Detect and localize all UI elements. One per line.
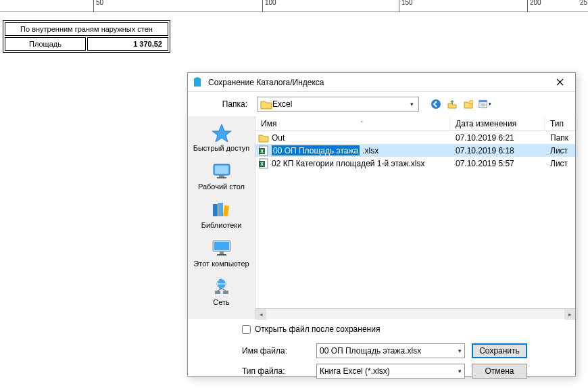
file-type: Лист [545, 159, 575, 168]
scroll-right-button[interactable]: ▸ [564, 309, 575, 320]
open-after-save-checkbox[interactable] [242, 325, 251, 334]
filename-label: Имя файла: [242, 346, 310, 356]
file-list-area: Имя˄ Дата изменения Тип Out07.10.2019 6:… [255, 116, 575, 319]
area-row-label: Площадь [5, 37, 86, 51]
excel-file-icon: X [258, 145, 269, 156]
file-list-header: Имя˄ Дата изменения Тип [255, 116, 575, 131]
svg-point-1 [431, 99, 441, 109]
cancel-button[interactable]: Отмена [472, 364, 527, 379]
libraries-icon [211, 200, 232, 219]
close-button[interactable] [548, 74, 571, 91]
file-date: 07.10.2019 6:21 [450, 133, 545, 143]
nav-up-button[interactable] [445, 97, 460, 112]
chevron-down-icon: ▾ [489, 101, 491, 107]
desktop-icon [211, 162, 232, 180]
chevron-down-icon: ▾ [456, 368, 462, 374]
open-after-save-row[interactable]: Открыть файл после сохранения [242, 324, 567, 334]
file-ext: .xlsx [362, 146, 378, 155]
folder-icon [258, 132, 269, 143]
rename-field[interactable]: 00 ОП Площадь этажа [272, 145, 360, 155]
folder-dropdown[interactable]: Excel ▾ [257, 97, 419, 112]
save-dialog: Сохранение Каталога/Индекса Папка: Excel… [187, 72, 576, 377]
excel-file-icon: X [258, 158, 269, 169]
dialog-bottom: Открыть файл после сохранения Имя файла:… [188, 319, 575, 388]
filename-input[interactable]: 00 ОП Площадь этажа.xlsx ▾ [316, 343, 465, 358]
sidebar-item-computer[interactable]: Этот компьютер [191, 236, 252, 270]
file-type: Лист [545, 146, 575, 155]
svg-rect-11 [217, 177, 226, 178]
view-menu-button[interactable]: ▾ [477, 97, 492, 112]
scroll-left-button[interactable]: ◂ [255, 309, 266, 320]
svg-line-22 [218, 289, 222, 291]
file-date: 07.10.2019 5:57 [450, 159, 545, 168]
ruler-label: 50 [96, 0, 103, 6]
sidebar-item-label: Быстрый доступ [193, 144, 250, 152]
back-icon [431, 99, 441, 110]
svg-rect-9 [215, 166, 228, 174]
open-after-save-label: Открыть файл после сохранения [255, 324, 380, 334]
horizontal-scrollbar[interactable]: ◂ ▸ [255, 308, 575, 319]
filetype-value: Книга Excel (*.xlsx) [320, 366, 456, 376]
svg-rect-20 [215, 291, 220, 294]
file-row[interactable]: X02 КП Категории площадей 1-й этаж.xlsx0… [255, 157, 575, 170]
titlebar: Сохранение Каталога/Индекса [188, 73, 575, 92]
folder-label: Папка: [195, 99, 253, 109]
sort-indicator-icon: ˄ [360, 120, 364, 127]
file-row[interactable]: Out07.10.2019 6:21Папк [255, 131, 575, 144]
file-date: 07.10.2019 6:18 [450, 146, 545, 155]
view-icon [478, 99, 488, 110]
sidebar-item-label: Библиотеки [201, 221, 242, 229]
svg-text:X: X [260, 162, 264, 166]
file-name: Out [272, 133, 285, 143]
area-row-value: 1 370,52 [87, 37, 168, 51]
svg-marker-7 [212, 124, 231, 142]
filetype-dropdown[interactable]: Книга Excel (*.xlsx) ▾ [316, 364, 465, 379]
svg-rect-13 [218, 203, 223, 216]
sidebar-item-quick[interactable]: Быстрый доступ [191, 120, 252, 155]
sidebar-item-network[interactable]: Сеть [191, 274, 252, 309]
ruler: 50 100 150 200 25 [0, 0, 588, 12]
chevron-down-icon: ▾ [456, 347, 462, 354]
network-icon [211, 277, 232, 296]
column-header-date[interactable]: Дата изменения [450, 116, 545, 130]
svg-rect-4 [479, 100, 487, 102]
sidebar-item-label: Этот компьютер [193, 260, 249, 268]
filename-value: 00 ОП Площадь этажа.xlsx [320, 346, 456, 356]
column-header-name[interactable]: Имя˄ [255, 116, 450, 130]
svg-rect-18 [217, 254, 226, 256]
computer-icon [211, 239, 232, 258]
dialog-title: Сохранение Каталога/Индекса [208, 78, 548, 87]
svg-rect-16 [214, 242, 229, 250]
folder-value: Excel [272, 99, 408, 109]
svg-rect-17 [220, 251, 224, 254]
new-folder-icon [463, 99, 474, 110]
ruler-label: 150 [401, 0, 413, 6]
sidebar-item-label: Рабочий стол [198, 183, 245, 191]
svg-rect-21 [223, 291, 228, 294]
folder-icon [260, 99, 272, 110]
filetype-label: Тип файла: [242, 366, 310, 376]
places-sidebar: Быстрый доступ Рабочий стол Библиотеки Э… [188, 116, 255, 319]
ruler-label: 200 [530, 0, 541, 6]
svg-rect-14 [222, 205, 228, 217]
scroll-track[interactable] [266, 310, 564, 319]
svg-marker-0 [194, 77, 201, 87]
folder-row: Папка: Excel ▾ ▾ [188, 92, 575, 116]
app-icon [192, 77, 203, 88]
file-list[interactable]: Out07.10.2019 6:21ПапкX00 ОП Площадь эта… [255, 131, 575, 308]
file-type: Папк [545, 133, 575, 143]
close-icon [556, 78, 564, 86]
new-folder-button[interactable] [461, 97, 476, 112]
sidebar-item-label: Сеть [213, 298, 229, 306]
svg-line-23 [222, 289, 226, 291]
area-table-header: По внутренним граням наружных стен [5, 22, 168, 36]
up-icon [447, 99, 458, 110]
save-button[interactable]: Сохранить [472, 343, 527, 358]
file-name: 02 КП Категории площадей 1-й этаж.xlsx [272, 159, 424, 168]
quick-access-icon [211, 123, 232, 142]
sidebar-item-libraries[interactable]: Библиотеки [191, 197, 252, 232]
column-header-type[interactable]: Тип [545, 116, 575, 130]
file-row[interactable]: X00 ОП Площадь этажа.xlsx07.10.2019 6:18… [255, 144, 575, 157]
nav-back-button[interactable] [428, 97, 443, 112]
sidebar-item-desktop[interactable]: Рабочий стол [191, 159, 252, 193]
